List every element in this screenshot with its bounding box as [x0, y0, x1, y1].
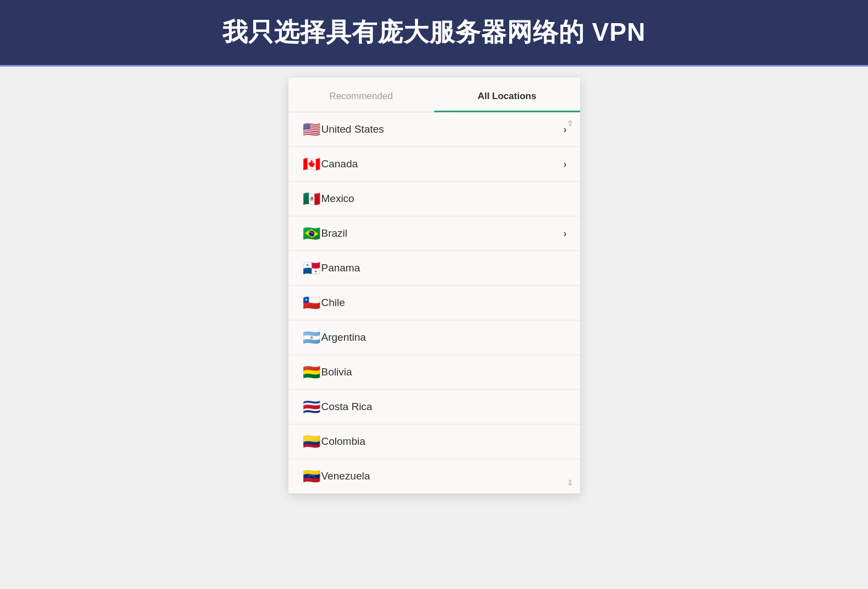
scroll-down-indicator: ⇩ — [567, 478, 574, 487]
list-item[interactable]: 🇨🇱Chile — [288, 286, 580, 320]
flag-icon: 🇲🇽 — [302, 192, 321, 206]
location-name: Argentina — [321, 331, 567, 343]
vpn-panel: Recommended All Locations ⇧ 🇺🇸United Sta… — [288, 78, 580, 494]
flag-icon: 🇵🇦 — [302, 261, 321, 275]
list-item[interactable]: 🇧🇴Bolivia — [288, 355, 580, 390]
list-item[interactable]: 🇺🇸United States› — [288, 112, 580, 147]
list-item[interactable]: 🇵🇦Panama — [288, 251, 580, 286]
list-item[interactable]: 🇧🇷Brazil› — [288, 216, 580, 251]
list-item[interactable]: 🇨🇴Colombia — [288, 424, 580, 459]
location-name: Panama — [321, 262, 567, 274]
flag-icon: 🇨🇦 — [302, 157, 321, 171]
tabs-header: Recommended All Locations — [288, 78, 580, 112]
flag-icon: 🇦🇷 — [302, 330, 321, 345]
location-name: Brazil — [321, 227, 564, 239]
location-name: Mexico — [321, 193, 567, 205]
list-item[interactable]: 🇻🇪Venezuela — [288, 459, 580, 494]
location-name: Costa Rica — [321, 401, 567, 413]
flag-icon: 🇨🇱 — [302, 296, 321, 310]
header-banner: 我只选择具有庞大服务器网络的 VPN — [0, 0, 868, 67]
locations-list[interactable]: 🇺🇸United States›🇨🇦Canada›🇲🇽Mexico🇧🇷Brazi… — [288, 112, 580, 494]
location-name: Venezuela — [321, 470, 567, 482]
tab-recommended[interactable]: Recommended — [288, 82, 434, 112]
header-title: 我只选择具有庞大服务器网络的 VPN — [22, 15, 846, 50]
flag-icon: 🇧🇴 — [302, 365, 321, 379]
list-item[interactable]: 🇲🇽Mexico — [288, 182, 580, 216]
tab-all-locations[interactable]: All Locations — [434, 82, 580, 112]
location-name: Bolivia — [321, 366, 567, 378]
list-item[interactable]: 🇨🇷Costa Rica — [288, 390, 580, 424]
chevron-right-icon: › — [564, 228, 567, 239]
location-name: Colombia — [321, 435, 567, 448]
flag-icon: 🇨🇴 — [302, 434, 321, 449]
flag-icon: 🇧🇷 — [302, 226, 321, 241]
scroll-up-indicator: ⇧ — [567, 119, 574, 128]
flag-icon: 🇻🇪 — [302, 469, 321, 483]
flag-icon: 🇨🇷 — [302, 400, 321, 414]
main-content: Recommended All Locations ⇧ 🇺🇸United Sta… — [0, 67, 868, 589]
location-name: Chile — [321, 297, 567, 309]
list-item[interactable]: 🇦🇷Argentina — [288, 320, 580, 355]
chevron-right-icon: › — [564, 159, 567, 170]
location-name: United States — [321, 123, 564, 135]
location-name: Canada — [321, 158, 564, 170]
list-item[interactable]: 🇨🇦Canada› — [288, 147, 580, 182]
flag-icon: 🇺🇸 — [302, 122, 321, 137]
